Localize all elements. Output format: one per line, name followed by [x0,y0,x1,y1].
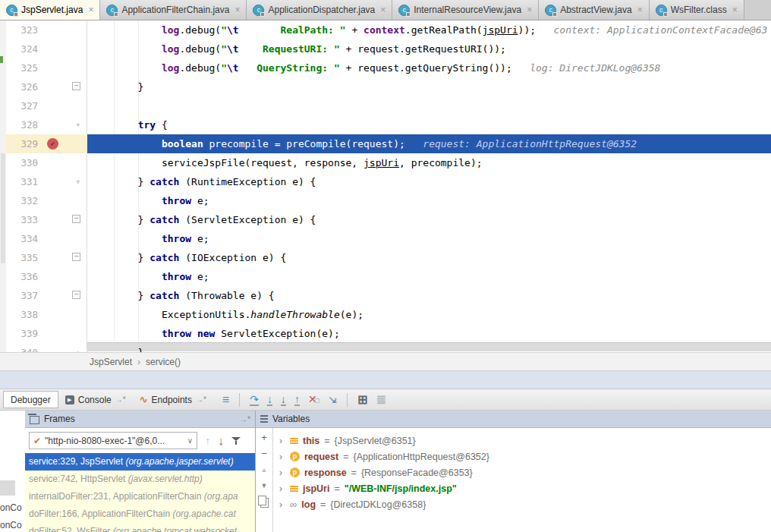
debugger-tab-debugger[interactable]: Debugger [3,391,58,408]
variable-row[interactable]: ›∞log={DirectJDKLog@6358} [273,496,771,512]
editor-tab[interactable]: cJspServlet.java× [0,0,100,20]
fold-marker-icon[interactable]: ▿ [75,172,80,191]
pin-icon[interactable]: →* [115,395,126,404]
expand-chevron-icon[interactable]: › [279,436,285,446]
force-step-into-icon[interactable]: ↓ [281,394,286,406]
expand-chevron-icon[interactable]: › [279,483,285,494]
variable-row[interactable]: ›jspUri="/WEB-INF/jsp/index.jsp" [273,480,771,496]
code-line-337[interactable]: 337− } catch (Throwable e) { [0,286,771,305]
add-watch-button[interactable]: + [261,433,267,443]
code-text[interactable]: throw e; [87,267,771,286]
code-text[interactable]: log.debug("\t RequestURI: " + request.ge… [87,39,771,58]
debugger-tab-console[interactable]: ▶Console→* [58,392,133,408]
code-editor[interactable]: 323 log.debug("\t RealPath: " + context.… [0,20,771,352]
fold-marker-icon[interactable]: − [72,82,80,90]
code-text[interactable]: } catch (IOException e) { [87,248,771,267]
step-into-icon[interactable]: ↓ [267,394,272,406]
editor-tab[interactable]: cInternalResourceView.java× [392,0,539,20]
move-down-button[interactable]: ▼ [261,480,268,491]
breakpoint-icon[interactable]: ✔ [47,138,58,150]
stack-frame-row[interactable]: internalDoFilter:231, ApplicationFilterC… [25,488,255,505]
code-line-334[interactable]: 334 throw e; [0,229,771,248]
code-line-330[interactable]: 330 serviceJspFile(request, response, js… [0,153,771,172]
editor-tab[interactable]: cApplicationDispatcher.java× [247,0,392,20]
fold-marker-icon[interactable]: − [72,291,80,299]
variable-row[interactable]: ›presponse={ResponseFacade@6353} [273,464,771,480]
code-text[interactable]: log.debug("\t RealPath: " + context.getR… [87,20,771,39]
code-line-329[interactable]: 329✔ boolean precompile = preCompile(req… [0,134,771,153]
code-text[interactable]: throw e; [87,229,771,248]
fold-marker-icon[interactable]: ▿ [75,115,80,134]
line-number: 329 [8,134,42,153]
previous-frame-button[interactable]: ↑ [205,434,211,447]
expand-chevron-icon[interactable]: › [279,467,285,478]
code-text[interactable]: log.debug("\t QueryString: " + request.g… [87,58,771,77]
step-out-icon[interactable]: ↑ [294,394,300,406]
code-text[interactable]: throw new ServletException(e); [87,324,771,343]
stack-frame-row[interactable]: service:329, JspServlet (org.apache.jasp… [25,453,255,471]
editor-tab[interactable]: cWsFilter.class× [650,0,744,20]
copy-icon[interactable] [260,498,269,508]
code-text[interactable]: ExceptionUtils.handleThrowable(e); [87,305,771,324]
move-up-button[interactable]: ▲ [261,464,268,475]
code-line-332[interactable]: 332 throw e; [0,191,771,210]
stack-frame-row[interactable]: doFilter:166, ApplicationFilterChain (or… [25,505,255,523]
editor-tab[interactable]: cApplicationFilterChain.java× [100,0,247,20]
code-line-326[interactable]: 326− } [0,77,771,96]
fold-marker-icon[interactable]: − [72,215,80,223]
code-line-339[interactable]: 339 throw new ServletException(e); [0,324,771,343]
code-line-336[interactable]: 336 throw e; [0,267,771,286]
close-tab-icon[interactable]: × [527,5,532,15]
close-tab-icon[interactable]: × [88,5,93,15]
editor-tab[interactable]: cAbstractView.java× [539,0,650,20]
filter-frames-icon[interactable] [231,436,241,445]
code-line-324[interactable]: 324 log.debug("\t RequestURI: " + reques… [0,39,771,58]
code-line-323[interactable]: 323 log.debug("\t RealPath: " + context.… [0,20,771,39]
code-line-338[interactable]: 338 ExceptionUtils.handleThrowable(e); [0,305,771,324]
fold-marker-icon[interactable]: − [72,253,80,261]
evaluate-expression-icon[interactable]: ⊞ [357,395,367,405]
code-line-333[interactable]: 333− } catch (ServletException e) { [0,210,771,229]
fold-marker-icon[interactable]: ▵ [75,343,80,352]
code-text[interactable]: try { [87,115,771,134]
expand-chevron-icon[interactable]: › [279,499,285,510]
code-line-335[interactable]: 335− } catch (IOException e) { [0,248,771,267]
code-text[interactable] [87,96,771,115]
code-text[interactable]: } [87,343,771,352]
run-to-cursor-icon[interactable]: ↘ɪ [328,394,337,406]
remove-watch-button[interactable]: − [261,449,267,459]
code-line-325[interactable]: 325 log.debug("\t QueryString: " + reque… [0,58,771,77]
code-line-331[interactable]: 331▿ } catch (RuntimeException e) { [0,172,771,191]
variable-row[interactable]: ›prequest={ApplicationHttpRequest@6352} [273,449,771,464]
code-line-340[interactable]: 340▵ } [0,343,771,352]
code-line-328[interactable]: 328▿ try { [0,115,771,134]
breadcrumb-method[interactable]: service() [146,357,181,367]
show-execution-point-icon[interactable]: ≡ [222,395,229,405]
expand-chevron-icon[interactable]: › [279,452,285,462]
step-over-icon[interactable]: ↷ [250,394,259,406]
code-line-327[interactable]: 327 [0,96,771,115]
pin-icon[interactable]: →* [196,395,206,404]
code-text[interactable]: } catch (Throwable e) { [87,286,771,305]
pin-icon[interactable]: →* [240,415,250,423]
debugger-tab-endpoints[interactable]: ∿Endpoints→* [133,392,213,408]
code-text[interactable]: boolean precompile = preCompile(request)… [87,134,771,153]
breadcrumb-class[interactable]: JspServlet [90,357,132,367]
code-text[interactable]: } catch (ServletException e) { [87,210,771,229]
layout-settings-icon[interactable]: ≣ [376,395,386,405]
thread-dropdown[interactable]: ✔ "http-nio-8080-exec-1"@6,0... ∨ [29,432,197,449]
code-text[interactable]: } [87,77,771,96]
code-text[interactable]: throw e; [87,191,771,210]
panel-splitter[interactable] [0,371,771,389]
close-tab-icon[interactable]: × [234,5,240,15]
next-frame-button[interactable]: ↓ [219,434,225,447]
code-text[interactable]: serviceJspFile(request, response, jspUri… [87,153,771,172]
stack-frame-row[interactable]: service:742, HttpServlet (javax.servlet.… [25,471,255,488]
close-tab-icon[interactable]: × [380,5,386,15]
variable-row[interactable]: ›this={JspServlet@6351} [273,433,771,449]
code-text[interactable]: } catch (RuntimeException e) { [87,172,771,191]
close-tab-icon[interactable]: × [732,5,738,15]
stack-frame-row[interactable]: doFilter:52, WsFilter (org.apache.tomcat… [25,523,255,532]
drop-frame-icon[interactable]: ✕□ [308,394,319,406]
close-tab-icon[interactable]: × [637,5,643,15]
